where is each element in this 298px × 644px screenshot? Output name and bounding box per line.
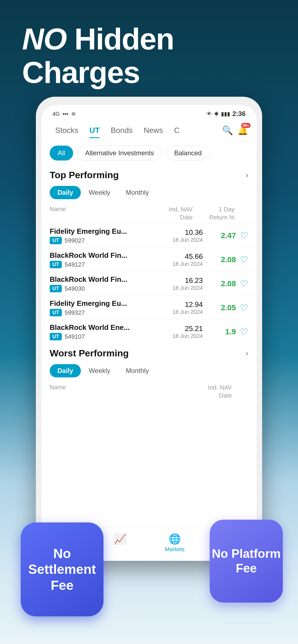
fund-info: BlackRock World Fin... UT 549127: [50, 251, 164, 268]
nav-icons: 🔍 🔔 99+: [222, 125, 248, 136]
fund-badge: UT: [50, 237, 62, 244]
top-table-header: Name Ind. NAVDate 1 DayReturn %: [41, 203, 257, 224]
worst-performing-chevron[interactable]: ›: [246, 349, 248, 358]
top-monthly-btn[interactable]: Monthly: [118, 186, 157, 199]
fund-nav-value: 10.36: [164, 228, 203, 237]
fund-badge: UT: [50, 261, 62, 268]
hero-no: NO: [22, 22, 66, 56]
status-time: 2:36: [232, 110, 246, 118]
worst-daily-btn[interactable]: Daily: [50, 364, 81, 377]
heart-icon[interactable]: ♡: [240, 302, 248, 313]
top-time-filter: Daily Weekly Monthly: [41, 185, 257, 203]
pill-alternative[interactable]: Alternative Investments: [77, 146, 162, 161]
heart-icon[interactable]: ♡: [240, 326, 248, 337]
fund-code: 599027: [65, 237, 85, 244]
top-daily-btn[interactable]: Daily: [50, 186, 81, 199]
fund-name: BlackRock World Fin...: [50, 251, 164, 260]
fund-nav-date: 18 Jun 2024: [164, 237, 203, 243]
fund-badge: UT: [50, 285, 62, 292]
worst-th-name: Name: [50, 384, 208, 399]
markets-label: Markets: [165, 546, 185, 553]
tab-news[interactable]: News: [138, 123, 169, 138]
settlement-fee-text: No Settlement Fee: [21, 546, 103, 593]
wifi-icon: ≋: [71, 111, 76, 117]
pill-all[interactable]: All: [50, 146, 73, 161]
fund-code: 599327: [65, 309, 85, 316]
chart-icon: 📈: [114, 533, 126, 545]
th-name: Name: [50, 206, 169, 221]
bluetooth-icon: ✱: [214, 111, 219, 117]
fund-info: BlackRock World Ene... UT 549107: [50, 323, 164, 340]
fund-badge: UT: [50, 333, 62, 340]
platform-fee-text: No Platform Fee: [210, 546, 283, 576]
fund-nav-value: 25.21: [164, 324, 203, 333]
fund-return: 2.05: [203, 303, 236, 312]
worst-th-nav-date: Ind. NAVDate: [208, 384, 248, 399]
phone-frame: 4G ▪▪▪ ≋ 👁 ✱ ▮▮▮ 2:36 Stocks UT Bonds Ne…: [36, 97, 262, 561]
tab-ut[interactable]: UT: [84, 123, 105, 138]
fund-nav: 12.94 18 Jun 2024: [164, 300, 203, 315]
fund-row[interactable]: BlackRock World Fin... UT 549030 16.23 1…: [41, 272, 257, 296]
fund-return: 1.9: [203, 327, 236, 336]
top-performing-title: Top Performing: [50, 170, 119, 180]
fund-return: 2.08: [203, 279, 236, 288]
battery-icon: ▮▮▮: [221, 111, 230, 117]
bell-badge: 99+: [241, 123, 251, 128]
fund-badge-row: UT 549127: [50, 261, 164, 268]
fund-badge-row: UT 599327: [50, 309, 164, 316]
tab-c[interactable]: C: [169, 123, 185, 138]
fund-nav-date: 18 Jun 2024: [164, 309, 203, 315]
tab-bonds[interactable]: Bonds: [105, 123, 138, 138]
tab-stocks[interactable]: Stocks: [50, 123, 84, 138]
hero-title: NO HiddenCharges: [22, 22, 276, 89]
fund-row[interactable]: Fidelity Emerging Eu... UT 599027 10.36 …: [41, 224, 257, 248]
fund-nav: 45.66 18 Jun 2024: [164, 252, 203, 267]
fund-badge: UT: [50, 309, 62, 316]
fund-badge-row: UT 549030: [50, 285, 164, 292]
fund-nav-date: 18 Jun 2024: [164, 285, 203, 291]
status-bar: 4G ▪▪▪ ≋ 👁 ✱ ▮▮▮ 2:36: [41, 105, 257, 120]
worst-monthly-btn[interactable]: Monthly: [118, 364, 157, 377]
status-right: 👁 ✱ ▮▮▮ 2:36: [206, 110, 246, 118]
fund-info: Fidelity Emerging Eu... UT 599327: [50, 299, 164, 316]
signal-icon: 4G: [52, 111, 60, 117]
fund-nav-date: 18 Jun 2024: [164, 333, 203, 339]
worst-weekly-btn[interactable]: Weekly: [81, 364, 118, 377]
platform-fee-badge: No Platform Fee: [210, 520, 283, 603]
fund-return: 2.08: [203, 255, 236, 264]
heart-icon[interactable]: ♡: [240, 278, 248, 289]
fund-code: 549030: [65, 285, 85, 292]
fund-name: Fidelity Emerging Eu...: [50, 227, 164, 236]
status-left: 4G ▪▪▪ ≋: [52, 111, 76, 117]
th-return: 1 DayReturn %: [209, 206, 248, 221]
settlement-fee-badge: No Settlement Fee: [21, 522, 103, 616]
bell-icon[interactable]: 🔔 99+: [237, 125, 248, 136]
fund-name: BlackRock World Ene...: [50, 323, 164, 332]
bottom-nav-chart[interactable]: 📈: [114, 533, 126, 553]
fund-nav-value: 16.23: [164, 276, 203, 285]
fund-nav: 10.36 18 Jun 2024: [164, 228, 203, 243]
fund-row[interactable]: BlackRock World Ene... UT 549107 25.21 1…: [41, 320, 257, 344]
fund-info: BlackRock World Fin... UT 549030: [50, 275, 164, 292]
fund-nav: 25.21 18 Jun 2024: [164, 324, 203, 339]
worst-performing-title: Worst Performing: [50, 348, 129, 359]
heart-icon[interactable]: ♡: [240, 254, 248, 265]
search-icon[interactable]: 🔍: [222, 125, 233, 136]
top-performing-chevron[interactable]: ›: [246, 171, 248, 180]
fund-badge-row: UT 549107: [50, 333, 164, 340]
eye-icon: 👁: [206, 111, 212, 117]
top-performing-header: Top Performing ›: [41, 165, 257, 185]
fund-info: Fidelity Emerging Eu... UT 599027: [50, 227, 164, 244]
top-weekly-btn[interactable]: Weekly: [81, 186, 118, 199]
fund-code: 549127: [65, 261, 85, 268]
fund-row[interactable]: BlackRock World Fin... UT 549127 45.66 1…: [41, 248, 257, 272]
worst-time-filter: Daily Weekly Monthly: [41, 363, 257, 382]
worst-performing-header: Worst Performing ›: [41, 344, 257, 363]
phone-screen: 4G ▪▪▪ ≋ 👁 ✱ ▮▮▮ 2:36 Stocks UT Bonds Ne…: [41, 105, 257, 561]
heart-icon[interactable]: ♡: [240, 230, 248, 241]
pill-balanced[interactable]: Balanced: [166, 146, 210, 161]
fund-row[interactable]: Fidelity Emerging Eu... UT 599327 12.94 …: [41, 296, 257, 320]
fund-name: BlackRock World Fin...: [50, 275, 164, 284]
bottom-nav-markets[interactable]: 🌐 Markets: [165, 533, 185, 553]
signal-bars: ▪▪▪: [63, 111, 68, 117]
